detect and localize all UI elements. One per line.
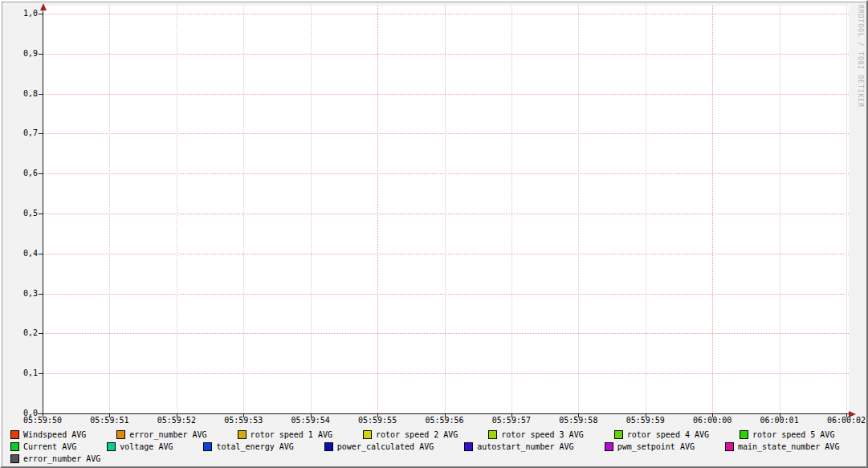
x-axis-label: 05:59:53 — [218, 416, 269, 425]
legend-item: error_number AVG — [116, 430, 206, 439]
legend-item: main_state_number AVG — [725, 442, 839, 451]
legend-label: pwm_setpoint AVG — [617, 442, 695, 451]
legend-item: rotor speed 1 AVG — [238, 430, 332, 439]
legend-swatch-icon — [10, 442, 19, 451]
legend-row: Windspeed AVGerror_number AVGrotor speed… — [10, 429, 865, 441]
y-axis-label: 0,7 — [2, 128, 38, 138]
legend-swatch-icon — [605, 442, 613, 451]
x-axis-label: 05:59:50 — [17, 416, 68, 425]
legend-swatch-icon — [740, 430, 748, 439]
legend-swatch-icon — [614, 430, 623, 439]
y-axis-label: 0,6 — [2, 169, 38, 178]
legend-swatch-icon — [488, 430, 497, 439]
h-gridline — [43, 173, 849, 174]
plot-area — [43, 6, 849, 413]
legend-item: Windspeed AVG — [10, 430, 86, 439]
v-gridline — [646, 6, 646, 413]
legend-swatch-icon — [464, 442, 473, 451]
x-axis-label: 06:00:01 — [754, 416, 805, 425]
v-gridline — [177, 6, 177, 413]
legend-label: total_energy AVG — [216, 442, 293, 451]
legend-label: rotor speed 4 AVG — [627, 430, 709, 439]
x-axis-label: 05:59:54 — [285, 416, 336, 425]
v-gridline — [780, 6, 780, 413]
legend-item: Current AVG — [10, 442, 76, 451]
legend-swatch-icon — [116, 430, 125, 439]
rrdtool-graph: 1,00,90,80,70,60,50,40,30,20,10,005:59:5… — [0, 0, 868, 468]
x-axis-label: 05:59:59 — [620, 416, 671, 425]
v-gridline — [243, 6, 244, 413]
h-gridline — [43, 373, 849, 374]
legend: Windspeed AVGerror_number AVGrotor speed… — [10, 429, 865, 465]
y-axis-label: 0,9 — [2, 49, 38, 59]
x-axis-label: 05:59:58 — [552, 416, 604, 425]
legend-item: autostart_number AVG — [464, 442, 573, 451]
h-gridline — [43, 294, 849, 295]
legend-label: rotor speed 1 AVG — [251, 430, 332, 439]
legend-item: rotor speed 5 AVG — [740, 430, 834, 439]
legend-item: rotor speed 2 AVG — [363, 430, 458, 439]
legend-item: power_calculated AVG — [324, 442, 434, 451]
y-axis-line — [43, 9, 43, 414]
legend-label: error_number AVG — [129, 430, 206, 439]
legend-item: voltage AVG — [107, 442, 173, 451]
x-axis-label: 05:59:52 — [151, 416, 202, 425]
x-axis-label: 05:59:56 — [419, 416, 471, 425]
rrdtool-watermark: RRDTOOL / TOBI OETIKER — [857, 5, 864, 108]
h-gridline — [43, 133, 849, 134]
legend-label: Windspeed AVG — [23, 430, 86, 439]
y-axis-label: 0,2 — [2, 328, 38, 338]
legend-swatch-icon — [363, 430, 372, 439]
legend-swatch-icon — [10, 454, 19, 463]
x-axis-line — [38, 413, 850, 414]
legend-label: rotor speed 2 AVG — [376, 430, 458, 439]
legend-row: Current AVGvoltage AVGtotal_energy AVGpo… — [10, 441, 865, 453]
legend-swatch-icon — [324, 442, 333, 451]
v-gridline — [445, 6, 446, 413]
x-axis-label: 06:00:02 — [821, 416, 868, 425]
x-axis-label: 05:59:57 — [486, 416, 537, 425]
y-axis-label: 0,5 — [2, 209, 38, 218]
h-gridline — [43, 333, 849, 334]
y-axis-label: 0,1 — [2, 368, 38, 378]
y-axis-arrow-icon — [40, 3, 47, 10]
h-gridline — [43, 214, 849, 214]
legend-item: pwm_setpoint AVG — [605, 442, 695, 451]
h-gridline — [43, 254, 849, 254]
x-axis-label: 05:59:51 — [84, 416, 135, 425]
v-gridline — [311, 6, 312, 413]
h-gridline — [43, 94, 849, 95]
h-gridline — [43, 54, 849, 55]
y-axis-label: 0,3 — [2, 289, 38, 299]
legend-label: main_state_number AVG — [738, 442, 839, 451]
v-gridline — [712, 6, 713, 413]
legend-label: voltage AVG — [120, 442, 173, 451]
legend-label: error_number AVG — [23, 454, 100, 463]
legend-label: rotor speed 3 AVG — [501, 430, 583, 439]
v-gridline — [377, 6, 378, 413]
y-axis-label: 1,0 — [2, 9, 38, 18]
legend-swatch-icon — [203, 442, 212, 451]
x-axis-label: 06:00:00 — [687, 416, 738, 425]
legend-item: total_energy AVG — [203, 442, 293, 451]
y-axis-label: 0,4 — [2, 249, 38, 258]
legend-label: power_calculated AVG — [337, 442, 434, 451]
legend-label: Current AVG — [23, 442, 76, 451]
legend-item: rotor speed 4 AVG — [614, 430, 709, 439]
legend-swatch-icon — [107, 442, 116, 451]
v-gridline — [109, 6, 110, 413]
legend-label: rotor speed 5 AVG — [752, 430, 834, 439]
legend-swatch-icon — [238, 430, 247, 439]
v-gridline — [846, 6, 847, 413]
y-axis-label: 0,8 — [2, 89, 38, 99]
legend-item: rotor speed 3 AVG — [488, 430, 583, 439]
legend-item: error_number AVG — [10, 454, 100, 463]
legend-swatch-icon — [725, 442, 734, 451]
legend-swatch-icon — [10, 430, 19, 439]
v-gridline — [578, 6, 579, 413]
legend-label: autostart_number AVG — [477, 442, 573, 451]
h-gridline — [43, 14, 849, 14]
v-gridline — [511, 6, 512, 413]
x-axis-label: 05:59:55 — [352, 416, 403, 425]
legend-row: error_number AVG — [10, 453, 865, 465]
